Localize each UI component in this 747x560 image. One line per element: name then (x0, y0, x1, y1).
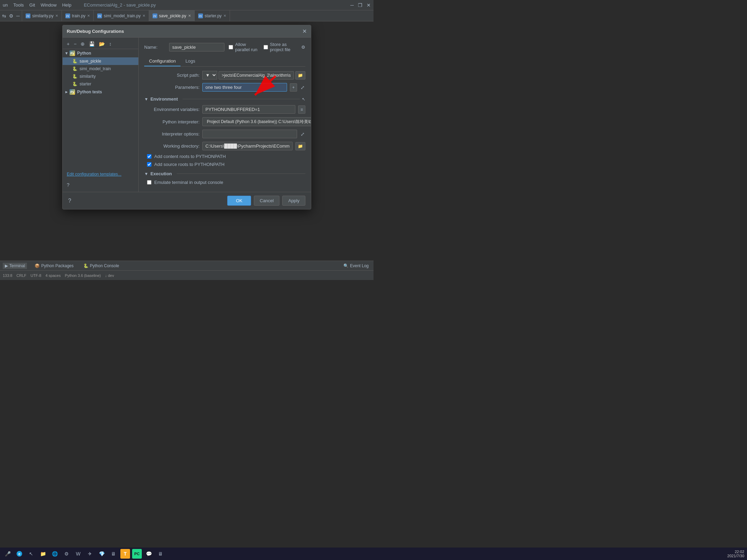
interpreter-options-expand-btn[interactable]: ⤢ (300, 131, 305, 138)
tree-similarity[interactable]: 🐍 similarity (63, 73, 138, 80)
working-dir-input[interactable] (202, 142, 293, 150)
dialog-close-btn[interactable]: ✕ (302, 28, 307, 35)
minimize-panel-btn[interactable]: ─ (16, 12, 20, 19)
tab-expand-btn[interactable]: ⇆ (1, 12, 7, 19)
tab-save-pickle[interactable]: py save_pickle.py ✕ (149, 10, 195, 21)
close-window-btn[interactable]: ✕ (367, 2, 371, 8)
save-config-btn[interactable]: 💾 (87, 40, 96, 47)
emulate-terminal-checkbox[interactable] (147, 180, 151, 185)
env-vars-edit-btn[interactable]: ≡ (298, 105, 305, 114)
tab-close-btn[interactable]: ✕ (188, 14, 191, 18)
minimize-btn[interactable]: ─ (350, 2, 354, 8)
menu-item-window[interactable]: Window (40, 2, 56, 8)
tree-simi-model-train[interactable]: 🐍 simi_model_train (63, 65, 138, 73)
dialog-footer: ? OK Cancel Apply (63, 192, 311, 209)
tab-close-btn[interactable]: ✕ (87, 14, 90, 18)
tree-label: simi_model_train (80, 66, 111, 71)
python-packages-tab[interactable]: 📦 Python Packages (33, 263, 75, 269)
dialog-help-footer-btn[interactable]: ? (68, 198, 71, 204)
tab-close-btn[interactable]: ✕ (142, 14, 145, 18)
tree-starter[interactable]: 🐍 starter (63, 80, 138, 88)
maximize-btn[interactable]: ❐ (358, 2, 362, 8)
config-icon: 🐍 (72, 59, 77, 64)
dialog-sidebar: + − ⊕ 💾 📂 ↕ ▾ Py Python (63, 38, 139, 192)
line-col-status: 133:8 (3, 273, 12, 278)
sort-config-btn[interactable]: ↕ (108, 40, 113, 47)
allow-parallel-text: Allow parallel run (235, 42, 258, 52)
load-config-btn[interactable]: 📂 (98, 40, 106, 47)
interpreter-row: Python interpreter: Project Default (Pyt… (144, 117, 305, 126)
add-source-roots-checkbox[interactable] (147, 162, 151, 167)
interpreter-select[interactable]: Project Default (Python 3.6 (baseline)) … (202, 117, 311, 126)
parameters-expand-btn[interactable]: ⤢ (300, 84, 305, 91)
settings-btn[interactable]: ⚙ (8, 12, 14, 19)
indent-status: 4 spaces (45, 273, 61, 278)
ide-background: Run/Debug Configurations ✕ + − ⊕ 💾 📂 ↕ (0, 21, 374, 261)
env-vars-input[interactable] (202, 105, 295, 114)
tree-save-pickle[interactable]: 🐍 save_pickle (63, 57, 138, 65)
terminal-label: Terminal (9, 263, 25, 268)
add-config-btn[interactable]: + (65, 40, 71, 47)
tab-simi-model[interactable]: py simi_model_train.py ✕ (94, 10, 149, 21)
remove-config-btn[interactable]: − (72, 40, 78, 47)
add-source-roots-row: Add source roots to PYTHONPATH (144, 162, 305, 167)
environment-divider (183, 99, 300, 99)
tree-python-group[interactable]: ▾ Py Python (63, 49, 138, 57)
python-console-tab[interactable]: 🐍 Python Console (81, 263, 121, 269)
tab-starter[interactable]: py starter.py ✕ (195, 10, 230, 21)
execution-divider (177, 174, 305, 174)
parameters-add-btn[interactable]: + (290, 83, 297, 92)
menu-item-help[interactable]: Help (62, 2, 72, 8)
event-log-icon: 🔍 (343, 263, 349, 268)
apply-button[interactable]: Apply (282, 196, 305, 206)
dialog-help-btn[interactable]: ? (63, 179, 138, 190)
dialog-overlay: Run/Debug Configurations ✕ + − ⊕ 💾 📂 ↕ (0, 21, 374, 261)
tab-close-btn[interactable]: ✕ (55, 14, 58, 18)
parameters-input[interactable] (202, 83, 287, 92)
run-debug-dialog: Run/Debug Configurations ✕ + − ⊕ 💾 📂 ↕ (62, 25, 311, 209)
ok-button[interactable]: OK (227, 196, 251, 206)
menu-item-tools[interactable]: Tools (13, 2, 24, 8)
python-icon: Py (70, 89, 75, 95)
cancel-button[interactable]: Cancel (254, 196, 279, 206)
store-project-settings-icon[interactable]: ⚙ (301, 45, 305, 50)
execution-section-header: ▼ Execution (144, 171, 305, 176)
execution-toggle[interactable]: ▼ (144, 171, 148, 176)
tab-train[interactable]: py train.py ✕ (62, 10, 94, 21)
tree-python-tests-group[interactable]: ▸ Py Python tests (63, 88, 138, 96)
store-project-checkbox[interactable] (264, 45, 268, 49)
interpreter-select-row: Project Default (Python 3.6 (baseline)) … (202, 117, 311, 126)
file-icon: py (65, 13, 70, 18)
menu-item-run[interactable]: un (3, 2, 8, 8)
terminal-tab[interactable]: ▶ Terminal (3, 263, 27, 269)
allow-parallel-checkbox[interactable] (229, 45, 233, 49)
store-project-text: Store as project file (270, 42, 296, 52)
tab-configuration[interactable]: Configuration (144, 56, 181, 66)
interpreter-options-input[interactable] (202, 130, 297, 138)
python-icon: Py (70, 50, 75, 56)
tab-close-btn[interactable]: ✕ (223, 14, 226, 18)
edit-templates-link[interactable]: Edit configuration templates... (63, 169, 138, 179)
tab-logs[interactable]: Logs (181, 56, 200, 66)
name-input[interactable] (169, 43, 224, 52)
tab-similarity[interactable]: py similarity.py ✕ (22, 10, 62, 21)
menu-bar: un Tools Git Window Help ECommercialAlg_… (0, 0, 374, 10)
store-project-label[interactable]: Store as project file (264, 42, 296, 52)
parameters-label: Parameters: (144, 85, 200, 90)
add-content-roots-checkbox[interactable] (147, 154, 151, 159)
interpreter-options-row: Interpreter options: ⤢ (144, 130, 305, 138)
working-dir-browse-btn[interactable]: 📁 (295, 142, 305, 150)
allow-parallel-label[interactable]: Allow parallel run (229, 42, 258, 52)
file-icon: py (26, 13, 30, 18)
script-path-browse-btn[interactable]: 📁 (295, 71, 305, 80)
packages-icon: 📦 (35, 263, 40, 268)
terminal-icon: ▶ (5, 263, 8, 268)
script-path-type-select[interactable]: ▼ (202, 71, 217, 80)
parameters-row: Parameters: + ⤢ (144, 83, 305, 92)
status-bar: 133:8 CRLF UTF-8 4 spaces Python 3.6 (ba… (0, 270, 374, 280)
environment-toggle[interactable]: ▼ (144, 97, 148, 102)
menu-item-git[interactable]: Git (29, 2, 35, 8)
script-path-input[interactable] (219, 71, 294, 80)
event-log-tab[interactable]: 🔍 Event Log (341, 263, 371, 269)
copy-config-btn[interactable]: ⊕ (79, 40, 86, 47)
